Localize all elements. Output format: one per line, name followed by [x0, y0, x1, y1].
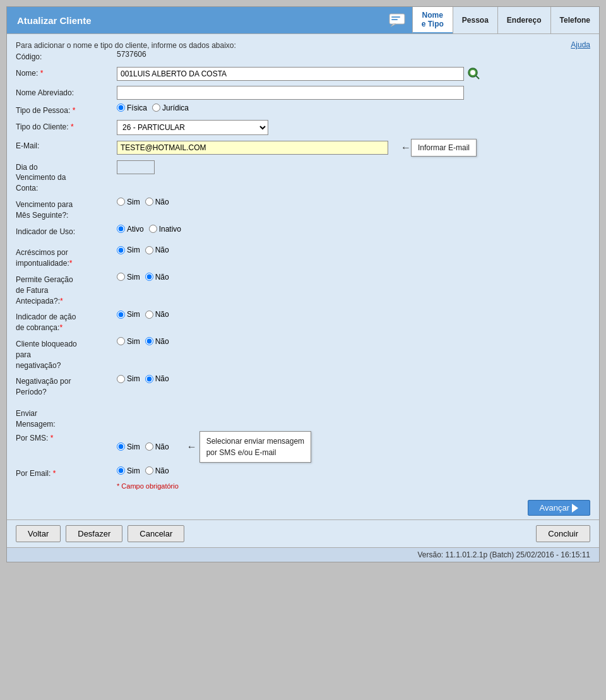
- email-input[interactable]: [117, 141, 388, 155]
- tipo-pessoa-label: Tipo de Pessoa: *: [16, 104, 117, 116]
- por-sms-sim-option[interactable]: Sim: [117, 442, 140, 451]
- por-email-sim-radio[interactable]: [117, 466, 125, 475]
- cliente-bloqueado-options: Sim Não: [117, 337, 590, 346]
- indicador-inativo-radio[interactable]: [149, 225, 157, 233]
- negativacao-nao-option[interactable]: Não: [145, 374, 169, 383]
- svg-point-5: [470, 70, 475, 75]
- por-email-options: Sim Não: [117, 466, 590, 475]
- nome-input[interactable]: [117, 67, 464, 81]
- desfazer-button[interactable]: Desfazer: [66, 525, 122, 542]
- voltar-button[interactable]: Voltar: [16, 525, 61, 542]
- acrescimos-sim-option[interactable]: Sim: [117, 246, 140, 254]
- indicador-acao-nao-option[interactable]: Não: [145, 310, 169, 319]
- sms-callout: Selecionar enviar mensagempor SMS e/ou E…: [199, 431, 311, 463]
- permite-geracao-label: Permite Geraçãode FaturaAntecipada?:*: [16, 273, 117, 306]
- vencimento-mes-label: Vencimento paraMês Seguinte?:: [16, 198, 117, 221]
- indicador-acao-row: Indicador de açãode cobrança:* Sim Não: [16, 310, 590, 333]
- sms-tooltip-area: ← Selecionar enviar mensagempor SMS e/ou…: [187, 431, 311, 463]
- avancar-button[interactable]: Avançar: [528, 500, 590, 516]
- negativacao-row: Negativação porPeríodo? Sim Não: [16, 374, 590, 398]
- por-email-sim-option[interactable]: Sim: [117, 466, 140, 475]
- bottom-bar: Voltar Desfazer Cancelar Concluir: [7, 519, 599, 547]
- indicador-inativo-option[interactable]: Inativo: [149, 225, 181, 234]
- nome-abreviado-label: Nome Abreviado:: [16, 86, 117, 98]
- cancelar-button[interactable]: Cancelar: [128, 525, 184, 542]
- tipo-cliente-control: 26 - PARTICULAR 01 - EMPRESARIAL 02 - GO…: [117, 120, 590, 135]
- permite-nao-option[interactable]: Não: [145, 273, 169, 282]
- email-row: E-Mail: ← Informar E-mail: [16, 139, 590, 157]
- tipo-pessoa-required: *: [73, 106, 76, 115]
- dia-vencimento-input[interactable]: [117, 160, 155, 174]
- tab-pessoa[interactable]: Pessoa: [453, 7, 497, 33]
- indicador-uso-options: Ativo Inativo: [117, 225, 590, 234]
- vencimento-nao-option[interactable]: Não: [145, 198, 169, 206]
- negativacao-sim-radio[interactable]: [117, 375, 125, 383]
- nome-abreviado-row: Nome Abreviado:: [16, 86, 590, 100]
- tab-telefone[interactable]: Telefone: [550, 7, 599, 33]
- negativacao-sim-option[interactable]: Sim: [117, 374, 140, 383]
- por-email-nao-radio[interactable]: [145, 466, 153, 475]
- dia-vencimento-row: Dia doVencimento daConta:: [16, 160, 590, 194]
- email-arrow-icon: ←: [401, 142, 411, 153]
- por-email-label: Por Email: *: [16, 466, 117, 479]
- email-control: ← Informar E-mail: [117, 139, 590, 157]
- cliente-bloqueado-sim-option[interactable]: Sim: [117, 337, 140, 346]
- email-label: E-Mail:: [16, 139, 117, 151]
- por-sms-nao-option[interactable]: Não: [145, 442, 169, 451]
- vencimento-nao-radio[interactable]: [145, 198, 153, 206]
- svg-rect-2: [391, 19, 398, 20]
- tipo-pessoa-options: Física Jurídica: [117, 104, 590, 112]
- cliente-bloqueado-row: Cliente bloqueadoparanegativação? Sim Nã…: [16, 337, 590, 371]
- por-sms-options-area: Sim Não ← Selecionar enviar mensagempor …: [117, 431, 590, 463]
- acrescimos-nao-radio[interactable]: [145, 246, 153, 254]
- codigo-label: Código:: [16, 50, 117, 62]
- nome-control-area: [117, 66, 590, 82]
- codigo-row: Código: 5737606: [16, 50, 590, 62]
- svg-line-6: [476, 76, 479, 79]
- indicador-acao-sim-option[interactable]: Sim: [117, 310, 140, 319]
- form-instruction: Para adicionar o nome e tipo do cliente,…: [16, 41, 236, 50]
- tipo-fisica-option[interactable]: Física: [117, 104, 147, 112]
- search-button[interactable]: [466, 66, 480, 82]
- sms-arrow-icon: ←: [187, 441, 197, 453]
- acrescimos-row: Acréscimos porimpontualidade:* Sim Não: [16, 246, 590, 269]
- nome-abreviado-input[interactable]: [117, 86, 464, 100]
- acrescimos-sim-radio[interactable]: [117, 246, 125, 254]
- chat-icon: [382, 7, 412, 33]
- status-text: Versão: 11.1.01.2.1p (Batch) 25/02/2016 …: [417, 550, 590, 559]
- help-link[interactable]: Ajuda: [571, 40, 590, 49]
- indicador-acao-nao-radio[interactable]: [145, 311, 153, 319]
- dia-vencimento-control: [117, 160, 590, 174]
- tipo-juridica-radio[interactable]: [152, 104, 160, 112]
- negativacao-nao-radio[interactable]: [145, 375, 153, 383]
- vencimento-sim-option[interactable]: Sim: [117, 198, 140, 206]
- nome-required: *: [40, 69, 44, 78]
- email-tooltip-area: ← Informar E-mail: [401, 139, 477, 157]
- indicador-uso-label: Indicador de Uso:: [16, 225, 117, 237]
- permite-sim-option[interactable]: Sim: [117, 273, 140, 282]
- dia-vencimento-label: Dia doVencimento daConta:: [16, 160, 117, 194]
- tipo-cliente-select[interactable]: 26 - PARTICULAR 01 - EMPRESARIAL 02 - GO…: [117, 120, 268, 135]
- tipo-fisica-radio[interactable]: [117, 104, 125, 112]
- indicador-acao-options: Sim Não: [117, 310, 590, 319]
- acrescimos-nao-option[interactable]: Não: [145, 246, 169, 254]
- indicador-ativo-radio[interactable]: [117, 225, 125, 233]
- indicador-acao-sim-radio[interactable]: [117, 311, 125, 319]
- cliente-bloqueado-sim-radio[interactable]: [117, 337, 125, 345]
- por-sms-sim-radio[interactable]: [117, 442, 125, 451]
- indicador-ativo-option[interactable]: Ativo: [117, 225, 144, 234]
- bottom-left-buttons: Voltar Desfazer Cancelar: [16, 525, 184, 542]
- tab-endereco[interactable]: Endereço: [497, 7, 550, 33]
- tipo-juridica-option[interactable]: Jurídica: [152, 104, 189, 112]
- por-sms-nao-radio[interactable]: [145, 442, 153, 451]
- por-email-nao-option[interactable]: Não: [145, 466, 169, 475]
- concluir-button[interactable]: Concluir: [536, 525, 590, 542]
- permite-sim-radio[interactable]: [117, 273, 125, 281]
- cliente-bloqueado-nao-radio[interactable]: [145, 337, 153, 345]
- permite-nao-radio[interactable]: [145, 273, 153, 281]
- nome-row: Nome: *: [16, 66, 590, 82]
- tab-nome-tipo[interactable]: Nomee Tipo: [412, 7, 453, 33]
- cliente-bloqueado-nao-option[interactable]: Não: [145, 337, 169, 346]
- vencimento-sim-radio[interactable]: [117, 198, 125, 206]
- cliente-bloqueado-label: Cliente bloqueadoparanegativação?: [16, 337, 117, 371]
